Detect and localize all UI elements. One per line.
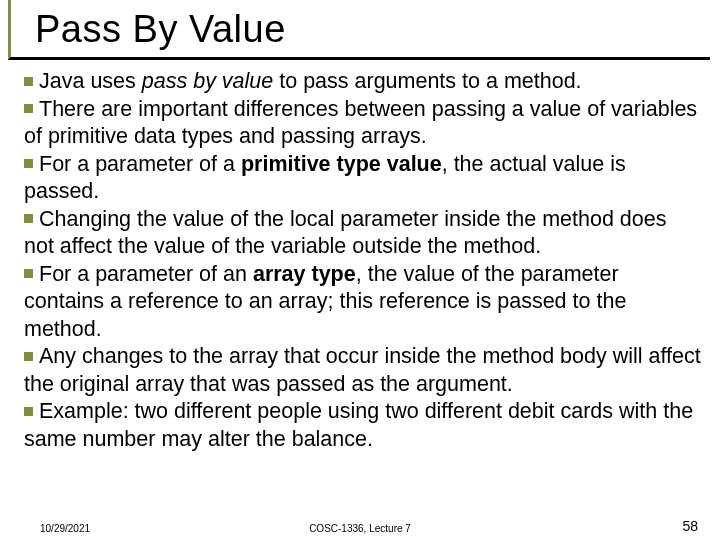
bullet-icon bbox=[24, 159, 33, 168]
slide-body: Java uses pass by value to pass argument… bbox=[0, 68, 720, 453]
bullet-icon bbox=[24, 214, 33, 223]
bullet-icon bbox=[24, 269, 33, 278]
title-bar: Pass By Value bbox=[8, 0, 710, 60]
bullet-text: Example: two different people using two … bbox=[24, 399, 693, 451]
bullet-text: For a parameter of an array type, the va… bbox=[24, 262, 626, 341]
bullet-text: There are important differences between … bbox=[24, 97, 697, 149]
bullet-icon bbox=[24, 352, 33, 361]
bullet-text: Any changes to the array that occur insi… bbox=[24, 344, 701, 396]
bullet-icon bbox=[24, 104, 33, 113]
bullet-text: Changing the value of the local paramete… bbox=[24, 207, 667, 259]
bullet-icon bbox=[24, 77, 33, 86]
slide-title: Pass By Value bbox=[35, 8, 710, 51]
bullet-text: Java uses pass by value to pass argument… bbox=[39, 69, 582, 93]
slide: Pass By Value Java uses pass by value to… bbox=[0, 0, 720, 540]
bullet-icon bbox=[24, 407, 33, 416]
bullet-text: For a parameter of a primitive type valu… bbox=[24, 152, 626, 204]
page-number: 58 bbox=[682, 518, 698, 534]
footer-center: COSC-1336, Lecture 7 bbox=[0, 523, 720, 534]
